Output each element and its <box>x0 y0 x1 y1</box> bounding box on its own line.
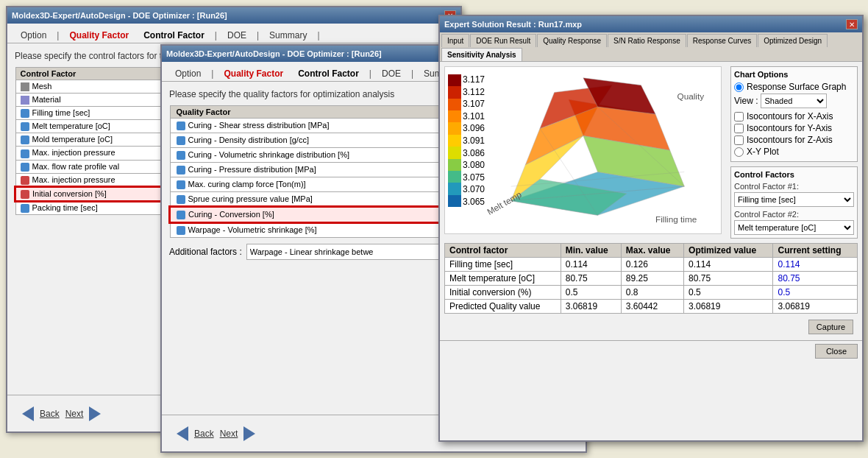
dt-col-current: Current setting <box>773 244 858 258</box>
cf2-label: Control Factor #2: <box>734 210 854 219</box>
second-next-button[interactable]: Next <box>220 429 238 439</box>
response-surface-label: Response Surface Graph <box>747 82 846 92</box>
chart-options-group: Chart Options Response Surface Graph Vie… <box>730 66 858 162</box>
expert-tab-optimized-design[interactable]: Optimized Design <box>758 34 828 47</box>
expert-top-section: 3.117 3.112 3.107 3.101 3.096 3.091 3.08… <box>440 62 862 239</box>
second-back-button[interactable]: Back <box>194 429 214 439</box>
expert-data-table: Control factor Min. value Max. value Opt… <box>444 243 858 314</box>
capture-button[interactable]: Capture <box>808 320 853 334</box>
next-arrow-icon[interactable] <box>89 406 101 421</box>
expert-window-title: Expert Solution Result : Run17.mxp <box>444 20 582 29</box>
dt-row: Initial conversion (%) 0.5 0.8 0.5 0.5 <box>445 286 858 300</box>
xy-plot-label: X-Y Plot <box>747 147 779 157</box>
xy-plot-row[interactable]: X-Y Plot <box>734 147 854 157</box>
xy-plot-radio[interactable] <box>734 147 744 157</box>
close-button[interactable]: Close <box>815 344 858 359</box>
iso-z-checkbox[interactable] <box>734 135 744 145</box>
second-window-title: Moldex3D-Expert/AutoDesign - DOE Optimiz… <box>166 49 382 58</box>
expert-tab-doe-run[interactable]: DOE Run Result <box>470 34 536 47</box>
view-label: View : <box>734 96 758 106</box>
iso-z-label: Isocontours for Z-Axis <box>747 135 833 145</box>
second-tab-option[interactable]: Option <box>169 66 207 81</box>
dt-col-optimized: Optimized value <box>684 244 773 258</box>
dt-row: Predicted Quality value 3.06819 3.60442 … <box>445 300 858 314</box>
cf1-label: Control Factor #1: <box>734 182 854 191</box>
back-button[interactable]: Back <box>40 409 60 419</box>
view-select[interactable]: Shaded Wireframe Contour <box>761 94 827 108</box>
dt-col-factor: Control factor <box>445 244 561 258</box>
svg-text:Quality: Quality <box>677 91 705 101</box>
cf1-select[interactable]: Filling time [sec] Melt temperature [oC] <box>734 192 854 207</box>
second-tab-quality-factor[interactable]: Quality Factor <box>218 66 289 81</box>
expert-tab-input[interactable]: Input <box>441 34 469 47</box>
back-arrow-icon[interactable] <box>22 406 34 421</box>
dt-col-min: Min. value <box>561 244 621 258</box>
color-scale <box>448 74 461 207</box>
dt-row: Filling time [sec] 0.114 0.126 0.114 0.1… <box>445 258 858 272</box>
iso-x-checkbox[interactable] <box>734 112 744 121</box>
response-surface-radio-row[interactable]: Response Surface Graph <box>734 82 854 92</box>
expert-title-bar: Expert Solution Result : Run17.mxp ✕ <box>440 16 862 32</box>
iso-x-row[interactable]: Isocontours for X-Axis <box>734 111 854 121</box>
expert-tab-quality-response[interactable]: Quality Response <box>537 34 607 47</box>
capture-row: Capture <box>440 314 862 340</box>
cf2-select[interactable]: Melt temperature [oC] Filling time [sec] <box>734 220 854 235</box>
expert-window: Expert Solution Result : Run17.mxp ✕ Inp… <box>438 15 864 442</box>
second-back-arrow-icon[interactable] <box>177 426 188 441</box>
iso-z-row[interactable]: Isocontours for Z-Axis <box>734 135 854 145</box>
tab-quality-factor[interactable]: Quality Factor <box>63 28 135 43</box>
dt-row: Melt temperature [oC] 80.75 89.25 80.75 … <box>445 272 858 286</box>
tab-option[interactable]: Option <box>15 28 52 43</box>
next-button[interactable]: Next <box>65 409 84 419</box>
second-tab-doe[interactable]: DOE <box>376 66 407 81</box>
expert-tabs: Input DOE Run Result Quality Response S/… <box>440 32 862 62</box>
tab-doe[interactable]: DOE <box>221 28 252 43</box>
response-surface-radio[interactable] <box>734 82 744 92</box>
dt-col-max: Max. value <box>621 244 683 258</box>
close-btn-row: Close <box>440 340 862 362</box>
chart-area: 3.117 3.112 3.107 3.101 3.096 3.091 3.08… <box>444 66 722 234</box>
expert-tab-response-curves[interactable]: Response Curves <box>687 34 757 47</box>
additional-label: Additional factors : <box>169 247 242 257</box>
control-factors-group: Control Factors Control Factor #1: Filli… <box>730 166 858 239</box>
iso-y-row[interactable]: Isocontours for Y-Axis <box>734 123 854 133</box>
control-factors-title: Control Factors <box>734 170 854 179</box>
iso-x-label: Isocontours for X-Axis <box>747 111 833 121</box>
view-row: View : Shaded Wireframe Contour <box>734 94 854 108</box>
main-tabs: Option | Quality Factor Control Factor |… <box>7 24 460 43</box>
expert-tab-sensitivity[interactable]: Sensitivity Analysis <box>441 48 522 61</box>
main-title-bar: Moldex3D-Expert/AutoDesign - DOE Optimiz… <box>7 7 460 24</box>
chart-3d-svg: Melt temp Filling time Quality <box>478 71 717 230</box>
second-tab-control-factor[interactable]: Control Factor <box>292 66 365 81</box>
svg-text:Melt temp: Melt temp <box>485 189 524 216</box>
expert-tab-sn-ratio[interactable]: S/N Ratio Response <box>608 34 686 47</box>
side-panel: Chart Options Response Surface Graph Vie… <box>726 62 862 239</box>
iso-y-label: Isocontours for Y-Axis <box>747 123 832 133</box>
main-window-title: Moldex3D-Expert/AutoDesign - DOE Optimiz… <box>12 11 227 20</box>
tab-summary[interactable]: Summary <box>263 28 313 43</box>
second-next-arrow-icon[interactable] <box>243 426 255 441</box>
svg-text:Filling time: Filling time <box>655 214 697 224</box>
expert-close-button[interactable]: ✕ <box>846 19 858 29</box>
iso-y-checkbox[interactable] <box>734 124 744 133</box>
chart-options-title: Chart Options <box>734 70 854 79</box>
tab-control-factor[interactable]: Control Factor <box>138 28 210 43</box>
